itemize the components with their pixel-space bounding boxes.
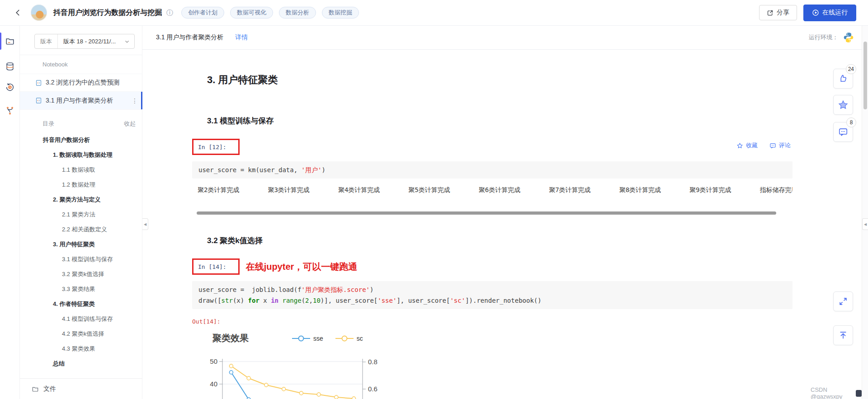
fullscreen-icon <box>838 296 848 306</box>
more-options-icon[interactable]: ⋮ <box>132 97 138 104</box>
section-heading: 3. 用户特征聚类 <box>207 73 793 87</box>
toc-collapse-link[interactable]: 收起 <box>124 120 136 128</box>
red-annotation: 在线jupyter，可以一键跑通 <box>246 261 358 273</box>
in-prompt-14-highlight: In [14]: <box>192 258 240 275</box>
toc-item[interactable]: 3.1 模型训练与保存 <box>20 252 142 267</box>
favorite-label: 收藏 <box>746 141 758 150</box>
topic-tag[interactable]: 数据可视化 <box>230 7 273 19</box>
output-text: 聚8类计算完成 <box>619 186 661 194</box>
toc-item[interactable]: 总结 <box>20 356 142 371</box>
cell12-output: 聚2类计算完成聚3类计算完成聚4类计算完成聚5类计算完成聚6类计算完成聚7类计算… <box>192 186 793 194</box>
detail-link[interactable]: 详情 <box>235 33 248 42</box>
rail-item-pipeline[interactable] <box>0 101 20 121</box>
left-rail <box>0 26 20 399</box>
toc-item[interactable]: 4.1 模型训练与保存 <box>20 311 142 326</box>
share-label: 分享 <box>777 9 789 17</box>
toc-item[interactable]: 4. 作者特征聚类 <box>20 296 142 311</box>
legend-item-sse[interactable]: sse <box>292 335 323 342</box>
chart-plot: 50400.80.6 <box>198 351 396 399</box>
topic-tag[interactable]: 数据挖掘 <box>322 7 359 19</box>
svg-text:0.8: 0.8 <box>368 358 377 366</box>
vertical-scrollbar[interactable] <box>862 26 868 399</box>
notebook-item[interactable]: 3.2 浏览行为中的点赞预测 <box>20 74 142 92</box>
output-text: 聚2类计算完成 <box>198 186 239 194</box>
chevron-left-icon <box>14 9 22 17</box>
files-label: 文件 <box>43 385 56 393</box>
info-icon[interactable]: ⓘ <box>166 9 173 17</box>
toc-item[interactable]: 2.2 相关函数定义 <box>20 222 142 237</box>
scrollbar-thumb[interactable] <box>863 42 867 109</box>
toc-item[interactable]: 1.2 数据处理 <box>20 177 142 192</box>
toc-item[interactable]: 2.1 聚类方法 <box>20 207 142 222</box>
csdn-logo-icon <box>856 390 862 397</box>
toc-item[interactable]: 1.1 数据读取 <box>20 162 142 177</box>
folder-icon <box>5 36 15 46</box>
legend-line-icon <box>335 335 354 342</box>
output-text: 聚6类计算完成 <box>479 186 520 194</box>
star-icon <box>736 142 743 149</box>
star-icon <box>838 99 849 110</box>
avatar <box>31 5 47 21</box>
like-count-badge: 24 <box>846 64 856 74</box>
notebook-title: 3.1 用户与作者聚类分析 <box>156 33 223 42</box>
subsection-heading: 3.1 模型训练与保存 <box>207 116 793 126</box>
right-panel-handle[interactable]: ◀ <box>862 218 868 230</box>
toc-list: 抖音用户数据分析1. 数据读取与数据处理1.1 数据读取1.2 数据处理2. 聚… <box>20 132 142 371</box>
comment-cell-link[interactable]: 评论 <box>769 141 791 150</box>
thumbs-up-icon <box>838 74 848 84</box>
chart-title: 聚类效果 <box>212 332 249 344</box>
back-to-top-button[interactable] <box>833 325 853 345</box>
python-icon[interactable] <box>843 32 854 43</box>
divider <box>20 55 142 55</box>
favorite-cell-link[interactable]: 收藏 <box>736 141 758 150</box>
fullscreen-button[interactable] <box>833 291 853 311</box>
cell12-prompt-row: In [12]: 收藏 评论 <box>192 139 793 155</box>
like-button[interactable]: 24 <box>833 69 853 89</box>
notebook-section-label: Notebook <box>42 61 68 68</box>
comments-button[interactable]: 8 <box>833 122 853 142</box>
env-label: 运行环境： <box>809 33 838 42</box>
output-text: 聚9类计算完成 <box>689 186 731 194</box>
notebook-file-icon <box>35 80 42 86</box>
rail-item-notebooks[interactable] <box>0 31 20 51</box>
toc-item[interactable]: 4.2 聚类k值选择 <box>20 326 142 341</box>
code-cell-12[interactable]: user_score = km(user_data, '用户') <box>192 161 793 178</box>
notebook-document: 3. 用户特征聚类 3.1 模型训练与保存 In [12]: 收藏 评论 use… <box>142 50 862 399</box>
topic-tag[interactable]: 创作者计划 <box>181 7 224 19</box>
run-online-button[interactable]: 在线运行 <box>803 5 856 21</box>
sidebar-files[interactable]: 文件 <box>20 378 142 399</box>
toc-item[interactable]: 抖音用户数据分析 <box>20 132 142 147</box>
sidebar-collapse-handle[interactable]: ◀ <box>142 218 148 230</box>
cell14-prompt-row: In [14]: 在线jupyter，可以一键跑通 <box>192 258 793 275</box>
code-cell-14[interactable]: user_score = joblib.load(f'用户聚类指标.score'… <box>192 281 793 309</box>
back-button[interactable] <box>12 6 24 19</box>
legend-item-sc[interactable]: sc <box>335 335 363 342</box>
rail-item-datasets[interactable] <box>0 56 20 76</box>
chart-legend: sse sc <box>292 335 363 342</box>
output-horizontal-scrollbar[interactable] <box>197 211 776 215</box>
toc-item[interactable]: 1. 数据读取与数据处理 <box>20 147 142 162</box>
toc-item[interactable]: 3.2 聚类k值选择 <box>20 267 142 282</box>
line-chart: 50400.80.6 <box>192 351 793 399</box>
rail-item-history[interactable] <box>0 77 20 97</box>
notebook-item[interactable]: 3.1 用户与作者聚类分析⋮ <box>20 92 142 110</box>
legend-line-icon <box>292 335 311 342</box>
comment-count-badge: 8 <box>846 117 856 127</box>
run-label: 在线运行 <box>822 9 848 17</box>
share-icon <box>767 9 774 16</box>
version-select[interactable]: 版本 版本 18 - 2022/11/... <box>34 34 135 49</box>
out-prompt-14: Out[14]: <box>192 318 793 325</box>
database-icon <box>5 61 15 71</box>
output-text: 聚3类计算完成 <box>268 186 309 194</box>
toc-header: 目录 收起 <box>42 120 136 128</box>
output-text: 聚4类计算完成 <box>338 186 380 194</box>
comment-icon <box>838 127 848 137</box>
toc-item[interactable]: 3.3 聚类结果 <box>20 282 142 296</box>
topic-tag[interactable]: 数据分析 <box>279 7 316 19</box>
share-button[interactable]: 分享 <box>759 5 797 20</box>
toc-item[interactable]: 2. 聚类方法与定义 <box>20 192 142 207</box>
output-text: 聚5类计算完成 <box>408 186 450 194</box>
toc-item[interactable]: 4.3 聚类效果 <box>20 341 142 356</box>
toc-item[interactable]: 3. 用户特征聚类 <box>20 237 142 252</box>
favorite-button[interactable] <box>833 95 853 115</box>
